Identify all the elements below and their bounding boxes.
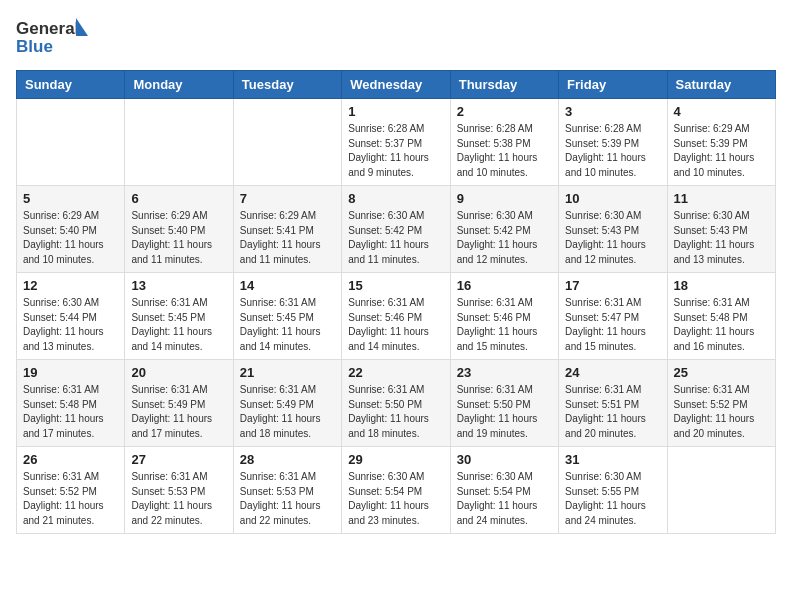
day-info: Sunrise: 6:30 AM Sunset: 5:54 PM Dayligh…: [457, 470, 552, 528]
day-number: 29: [348, 452, 443, 467]
day-info: Sunrise: 6:29 AM Sunset: 5:40 PM Dayligh…: [23, 209, 118, 267]
day-info: Sunrise: 6:31 AM Sunset: 5:49 PM Dayligh…: [240, 383, 335, 441]
logo-svg: GeneralBlue: [16, 16, 88, 58]
day-number: 25: [674, 365, 769, 380]
day-number: 9: [457, 191, 552, 206]
weekday-header: Wednesday: [342, 71, 450, 99]
day-info: Sunrise: 6:31 AM Sunset: 5:53 PM Dayligh…: [131, 470, 226, 528]
day-info: Sunrise: 6:30 AM Sunset: 5:54 PM Dayligh…: [348, 470, 443, 528]
weekday-header: Monday: [125, 71, 233, 99]
day-info: Sunrise: 6:30 AM Sunset: 5:42 PM Dayligh…: [348, 209, 443, 267]
day-info: Sunrise: 6:30 AM Sunset: 5:43 PM Dayligh…: [674, 209, 769, 267]
calendar-week-row: 26Sunrise: 6:31 AM Sunset: 5:52 PM Dayli…: [17, 447, 776, 534]
calendar-cell: 20Sunrise: 6:31 AM Sunset: 5:49 PM Dayli…: [125, 360, 233, 447]
day-info: Sunrise: 6:31 AM Sunset: 5:45 PM Dayligh…: [240, 296, 335, 354]
calendar-cell: 7Sunrise: 6:29 AM Sunset: 5:41 PM Daylig…: [233, 186, 341, 273]
calendar-cell: 9Sunrise: 6:30 AM Sunset: 5:42 PM Daylig…: [450, 186, 558, 273]
day-info: Sunrise: 6:29 AM Sunset: 5:40 PM Dayligh…: [131, 209, 226, 267]
day-number: 1: [348, 104, 443, 119]
day-number: 5: [23, 191, 118, 206]
calendar-table: SundayMondayTuesdayWednesdayThursdayFrid…: [16, 70, 776, 534]
day-info: Sunrise: 6:31 AM Sunset: 5:52 PM Dayligh…: [674, 383, 769, 441]
day-number: 16: [457, 278, 552, 293]
calendar-cell: 17Sunrise: 6:31 AM Sunset: 5:47 PM Dayli…: [559, 273, 667, 360]
day-number: 8: [348, 191, 443, 206]
weekday-header: Tuesday: [233, 71, 341, 99]
calendar-cell: [125, 99, 233, 186]
day-info: Sunrise: 6:30 AM Sunset: 5:55 PM Dayligh…: [565, 470, 660, 528]
day-number: 21: [240, 365, 335, 380]
calendar-cell: [233, 99, 341, 186]
weekday-header: Saturday: [667, 71, 775, 99]
calendar-cell: 27Sunrise: 6:31 AM Sunset: 5:53 PM Dayli…: [125, 447, 233, 534]
day-info: Sunrise: 6:31 AM Sunset: 5:52 PM Dayligh…: [23, 470, 118, 528]
calendar-cell: 29Sunrise: 6:30 AM Sunset: 5:54 PM Dayli…: [342, 447, 450, 534]
day-info: Sunrise: 6:29 AM Sunset: 5:39 PM Dayligh…: [674, 122, 769, 180]
calendar-cell: 26Sunrise: 6:31 AM Sunset: 5:52 PM Dayli…: [17, 447, 125, 534]
calendar-cell: 11Sunrise: 6:30 AM Sunset: 5:43 PM Dayli…: [667, 186, 775, 273]
day-number: 11: [674, 191, 769, 206]
day-number: 2: [457, 104, 552, 119]
day-info: Sunrise: 6:30 AM Sunset: 5:44 PM Dayligh…: [23, 296, 118, 354]
calendar-cell: 14Sunrise: 6:31 AM Sunset: 5:45 PM Dayli…: [233, 273, 341, 360]
day-info: Sunrise: 6:28 AM Sunset: 5:39 PM Dayligh…: [565, 122, 660, 180]
day-number: 12: [23, 278, 118, 293]
calendar-week-row: 19Sunrise: 6:31 AM Sunset: 5:48 PM Dayli…: [17, 360, 776, 447]
day-number: 20: [131, 365, 226, 380]
day-info: Sunrise: 6:31 AM Sunset: 5:45 PM Dayligh…: [131, 296, 226, 354]
weekday-header: Friday: [559, 71, 667, 99]
calendar-cell: 6Sunrise: 6:29 AM Sunset: 5:40 PM Daylig…: [125, 186, 233, 273]
logo: GeneralBlue: [16, 16, 88, 58]
calendar-cell: 5Sunrise: 6:29 AM Sunset: 5:40 PM Daylig…: [17, 186, 125, 273]
day-number: 31: [565, 452, 660, 467]
calendar-cell: 31Sunrise: 6:30 AM Sunset: 5:55 PM Dayli…: [559, 447, 667, 534]
day-number: 19: [23, 365, 118, 380]
calendar-week-row: 5Sunrise: 6:29 AM Sunset: 5:40 PM Daylig…: [17, 186, 776, 273]
calendar-cell: 25Sunrise: 6:31 AM Sunset: 5:52 PM Dayli…: [667, 360, 775, 447]
calendar-cell: 13Sunrise: 6:31 AM Sunset: 5:45 PM Dayli…: [125, 273, 233, 360]
calendar-cell: 1Sunrise: 6:28 AM Sunset: 5:37 PM Daylig…: [342, 99, 450, 186]
day-info: Sunrise: 6:31 AM Sunset: 5:47 PM Dayligh…: [565, 296, 660, 354]
calendar-cell: 28Sunrise: 6:31 AM Sunset: 5:53 PM Dayli…: [233, 447, 341, 534]
day-info: Sunrise: 6:28 AM Sunset: 5:37 PM Dayligh…: [348, 122, 443, 180]
day-info: Sunrise: 6:30 AM Sunset: 5:42 PM Dayligh…: [457, 209, 552, 267]
day-number: 15: [348, 278, 443, 293]
day-number: 18: [674, 278, 769, 293]
calendar-cell: 23Sunrise: 6:31 AM Sunset: 5:50 PM Dayli…: [450, 360, 558, 447]
day-number: 26: [23, 452, 118, 467]
svg-text:General: General: [16, 19, 79, 38]
calendar-cell: 30Sunrise: 6:30 AM Sunset: 5:54 PM Dayli…: [450, 447, 558, 534]
calendar-cell: 18Sunrise: 6:31 AM Sunset: 5:48 PM Dayli…: [667, 273, 775, 360]
page-header: GeneralBlue: [16, 16, 776, 58]
day-info: Sunrise: 6:31 AM Sunset: 5:48 PM Dayligh…: [674, 296, 769, 354]
calendar-week-row: 1Sunrise: 6:28 AM Sunset: 5:37 PM Daylig…: [17, 99, 776, 186]
day-number: 14: [240, 278, 335, 293]
day-info: Sunrise: 6:31 AM Sunset: 5:46 PM Dayligh…: [457, 296, 552, 354]
calendar-cell: [17, 99, 125, 186]
calendar-cell: 15Sunrise: 6:31 AM Sunset: 5:46 PM Dayli…: [342, 273, 450, 360]
calendar-cell: 2Sunrise: 6:28 AM Sunset: 5:38 PM Daylig…: [450, 99, 558, 186]
calendar-cell: 10Sunrise: 6:30 AM Sunset: 5:43 PM Dayli…: [559, 186, 667, 273]
day-number: 3: [565, 104, 660, 119]
day-info: Sunrise: 6:31 AM Sunset: 5:48 PM Dayligh…: [23, 383, 118, 441]
day-number: 6: [131, 191, 226, 206]
day-info: Sunrise: 6:29 AM Sunset: 5:41 PM Dayligh…: [240, 209, 335, 267]
day-number: 4: [674, 104, 769, 119]
day-number: 10: [565, 191, 660, 206]
day-info: Sunrise: 6:31 AM Sunset: 5:50 PM Dayligh…: [457, 383, 552, 441]
svg-text:Blue: Blue: [16, 37, 53, 56]
calendar-cell: 3Sunrise: 6:28 AM Sunset: 5:39 PM Daylig…: [559, 99, 667, 186]
day-number: 22: [348, 365, 443, 380]
day-info: Sunrise: 6:31 AM Sunset: 5:46 PM Dayligh…: [348, 296, 443, 354]
calendar-cell: 12Sunrise: 6:30 AM Sunset: 5:44 PM Dayli…: [17, 273, 125, 360]
weekday-header: Sunday: [17, 71, 125, 99]
calendar-week-row: 12Sunrise: 6:30 AM Sunset: 5:44 PM Dayli…: [17, 273, 776, 360]
day-info: Sunrise: 6:30 AM Sunset: 5:43 PM Dayligh…: [565, 209, 660, 267]
day-info: Sunrise: 6:31 AM Sunset: 5:53 PM Dayligh…: [240, 470, 335, 528]
day-number: 13: [131, 278, 226, 293]
calendar-cell: 19Sunrise: 6:31 AM Sunset: 5:48 PM Dayli…: [17, 360, 125, 447]
day-number: 30: [457, 452, 552, 467]
calendar-cell: 8Sunrise: 6:30 AM Sunset: 5:42 PM Daylig…: [342, 186, 450, 273]
calendar-cell: 16Sunrise: 6:31 AM Sunset: 5:46 PM Dayli…: [450, 273, 558, 360]
day-info: Sunrise: 6:28 AM Sunset: 5:38 PM Dayligh…: [457, 122, 552, 180]
